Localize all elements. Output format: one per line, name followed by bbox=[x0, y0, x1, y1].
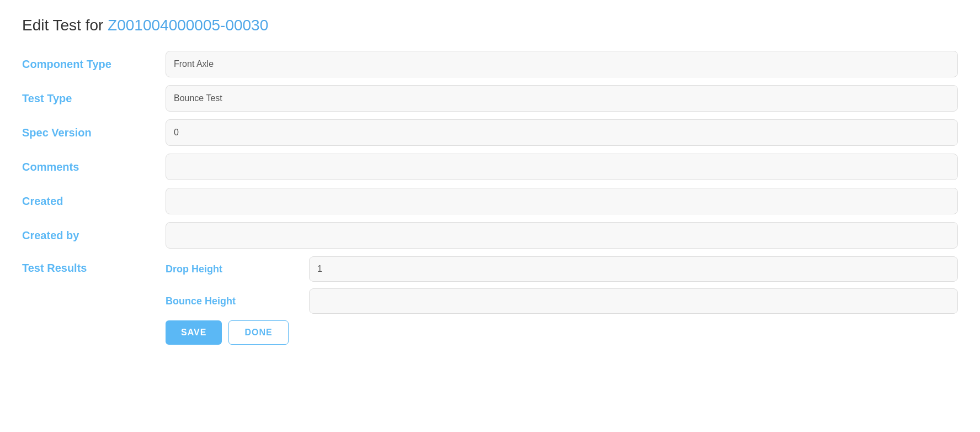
component-type-row: Component Type bbox=[22, 51, 958, 77]
test-results-content: Drop Height Bounce Height SAVE DONE bbox=[166, 256, 958, 345]
spec-version-row: Spec Version bbox=[22, 119, 958, 146]
test-type-input[interactable] bbox=[166, 85, 958, 112]
created-row: Created bbox=[22, 188, 958, 214]
created-by-label: Created by bbox=[22, 229, 166, 242]
bounce-height-input[interactable] bbox=[309, 288, 958, 314]
spec-version-label: Spec Version bbox=[22, 127, 166, 139]
created-label: Created bbox=[22, 195, 166, 208]
drop-height-label: Drop Height bbox=[166, 264, 309, 275]
save-button[interactable]: SAVE bbox=[166, 320, 222, 345]
spec-version-input[interactable] bbox=[166, 119, 958, 146]
created-input[interactable] bbox=[166, 188, 958, 214]
bounce-height-row: Bounce Height bbox=[166, 288, 958, 314]
created-by-input[interactable] bbox=[166, 222, 958, 249]
test-type-row: Test Type bbox=[22, 85, 958, 112]
test-results-label: Test Results bbox=[22, 256, 166, 275]
form-container: Edit Test for Z001004000005-00030 Compon… bbox=[22, 17, 958, 345]
comments-label: Comments bbox=[22, 161, 166, 173]
page-title: Edit Test for Z001004000005-00030 bbox=[22, 17, 958, 34]
component-type-label: Component Type bbox=[22, 58, 166, 71]
created-by-row: Created by bbox=[22, 222, 958, 249]
done-button[interactable]: DONE bbox=[228, 320, 288, 345]
drop-height-row: Drop Height bbox=[166, 256, 958, 282]
drop-height-input[interactable] bbox=[309, 256, 958, 282]
comments-input[interactable] bbox=[166, 154, 958, 180]
test-results-section: Test Results Drop Height Bounce Height S… bbox=[22, 256, 958, 345]
bounce-height-label: Bounce Height bbox=[166, 296, 309, 307]
component-type-input[interactable] bbox=[166, 51, 958, 77]
test-type-label: Test Type bbox=[22, 92, 166, 105]
comments-row: Comments bbox=[22, 154, 958, 180]
button-row: SAVE DONE bbox=[166, 320, 958, 345]
